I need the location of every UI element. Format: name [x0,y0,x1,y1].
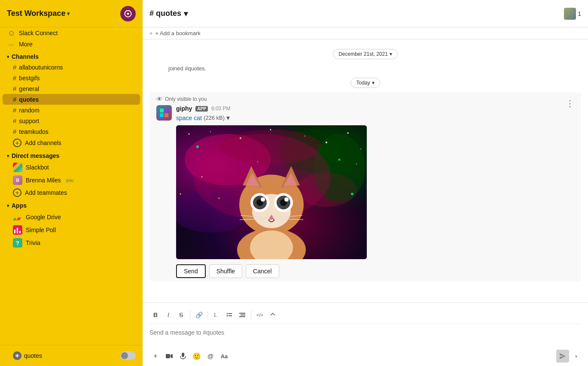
send-dropdown-button[interactable]: ▾ [571,350,581,363]
file-dropdown-icon[interactable]: ▾ [226,114,230,122]
date-badge-dec21[interactable]: December 21st, 2021 ▾ [333,49,398,59]
sidebar-item-slack-connect[interactable]: ⬡ Slack Connect [0,27,143,39]
trivia-label: Trivia [26,239,40,246]
more-options-button[interactable]: ⋮ [563,97,577,110]
svg-rect-61 [239,316,245,317]
date-badge-today[interactable]: Today ▾ [350,78,380,88]
workspace-name-button[interactable]: Test Workspace ▾ [7,9,70,18]
format-text-button[interactable]: Aa [218,350,230,362]
more-icon: ··· [7,41,15,48]
channels-section-header[interactable]: ▾ Channels [0,50,143,62]
cancel-button[interactable]: Cancel [246,264,279,278]
hash-icon: # [13,117,16,124]
hash-icon: # [13,128,16,135]
send-button[interactable]: Send [176,264,206,278]
join-message: joined #quotes. [143,64,588,73]
code-button[interactable]: </> [254,309,266,321]
italic-button[interactable]: I [162,309,174,321]
svg-text:1.: 1. [213,312,217,318]
shuffle-button[interactable]: Shuffle [209,264,242,278]
ordered-list-button[interactable]: 1. [210,309,222,321]
add-channels-button[interactable]: + Add channels [0,137,143,149]
member-count: 1 [578,10,581,17]
add-teammates-button[interactable]: + Add teammates [0,187,143,199]
add-attachment-button[interactable]: + [149,350,161,362]
svg-marker-63 [171,354,173,358]
channel-label: teamkudos [19,128,48,135]
workspace-name-label: Test Workspace [7,9,65,18]
sidebar-item-google-drive[interactable]: Google Drive [0,211,143,224]
compose-button[interactable] [120,6,136,21]
toolbar-divider-2 [207,311,208,319]
bottom-channel-status[interactable]: quotes [0,349,143,363]
giphy-avatar [156,105,172,121]
date-divider-today: Today ▾ [143,78,588,88]
sidebar-item-quotes[interactable]: # quotes [3,94,140,105]
emoji-button[interactable]: 🙂 [191,350,203,362]
svg-point-21 [305,136,305,136]
slack-connect-icon: ⬡ [7,30,15,36]
you-badge: you [66,178,74,183]
add-teammates-icon: + [13,188,21,197]
slackbot-avatar [13,163,22,172]
video-button[interactable] [163,350,175,362]
date-badge-today-label: Today [356,80,370,86]
microphone-button[interactable] [177,350,189,362]
sidebar-item-brenna[interactable]: B Brenna Miles you [0,174,143,187]
channels-arrow-icon: ▾ [7,54,9,59]
bold-button[interactable]: B [149,309,161,321]
dm-section-header[interactable]: ▾ Direct messages [0,149,143,161]
link-button[interactable]: 🔗 [193,309,205,321]
send-message-button[interactable] [556,350,569,363]
more-formatting-button[interactable] [267,309,279,321]
sidebar-item-more[interactable]: ··· More [0,39,143,50]
svg-rect-59 [239,313,245,314]
message-input[interactable] [149,326,581,346]
composer-toolbar: B I S 🔗 1. [149,306,581,324]
sidebar-item-teamkudos[interactable]: # teamkudos [0,126,143,137]
svg-point-24 [201,176,203,178]
toolbar-divider-1 [190,311,190,319]
google-drive-icon [13,212,22,222]
sidebar-item-slackbot[interactable]: Slackbot [0,161,143,174]
member-info[interactable]: 1 [564,8,581,20]
space-cat-link[interactable]: space cat [176,115,202,121]
dm-section-label: Direct messages [12,152,59,159]
apps-section-header[interactable]: ▾ Apps [0,199,143,211]
more-dots-icon: ⋮ [566,98,575,109]
svg-rect-8 [160,113,164,117]
svg-marker-66 [560,353,566,359]
bottom-channel-label: quotes [24,352,42,359]
mention-button[interactable]: @ [204,350,216,362]
add-bookmark-label[interactable]: + Add a bookmark [155,30,201,36]
toggle-knob [121,352,128,359]
sidebar-item-trivia[interactable]: ? Trivia [0,236,143,249]
add-teammates-label: Add teammates [25,189,67,196]
composer: B I S 🔗 1. [143,302,588,366]
channel-toggle[interactable] [120,351,136,360]
messages-area: December 21st, 2021 ▾ joined #quotes. To… [143,39,588,302]
giphy-file-info: space cat (226 kB) ▾ [176,114,574,122]
channel-title-label: # quotes [149,9,181,18]
sidebar-item-simple-poll[interactable]: Simple Poll [0,224,143,236]
svg-rect-4 [19,231,21,233]
add-bookmark-icon: + [149,30,153,36]
message-author: giphy [176,105,192,112]
sidebar-item-general[interactable]: # general [0,83,143,94]
sidebar-item-allaboutunicorns[interactable]: # allaboutunicorns [0,62,143,73]
indent-button[interactable] [236,309,248,321]
strikethrough-button[interactable]: S [175,309,187,321]
channel-title-button[interactable]: # quotes ▾ [149,9,188,18]
workspace-chevron-icon: ▾ [67,11,70,17]
svg-rect-9 [165,113,168,117]
svg-point-17 [189,133,190,135]
sidebar-item-support[interactable]: # support [0,115,143,126]
sidebar-item-bestgifs[interactable]: # bestgifs [0,73,143,83]
unordered-list-button[interactable] [223,309,235,321]
svg-point-31 [218,197,220,199]
channel-title-chevron: ▾ [184,9,188,18]
sidebar-item-random[interactable]: # random [0,105,143,115]
svg-point-25 [257,161,258,162]
hash-icon: # [13,74,16,82]
svg-point-5 [16,355,18,357]
